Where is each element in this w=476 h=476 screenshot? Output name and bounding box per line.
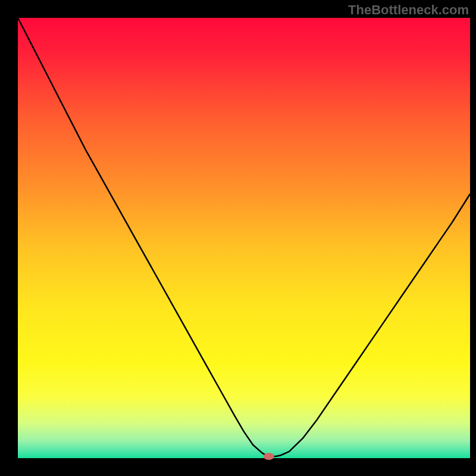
watermark-text: TheBottleneck.com — [348, 2, 469, 18]
bottleneck-point-marker — [264, 453, 274, 460]
chart-gradient-bg — [18, 18, 470, 458]
bottleneck-chart — [0, 0, 476, 476]
chart-svg — [0, 0, 476, 476]
